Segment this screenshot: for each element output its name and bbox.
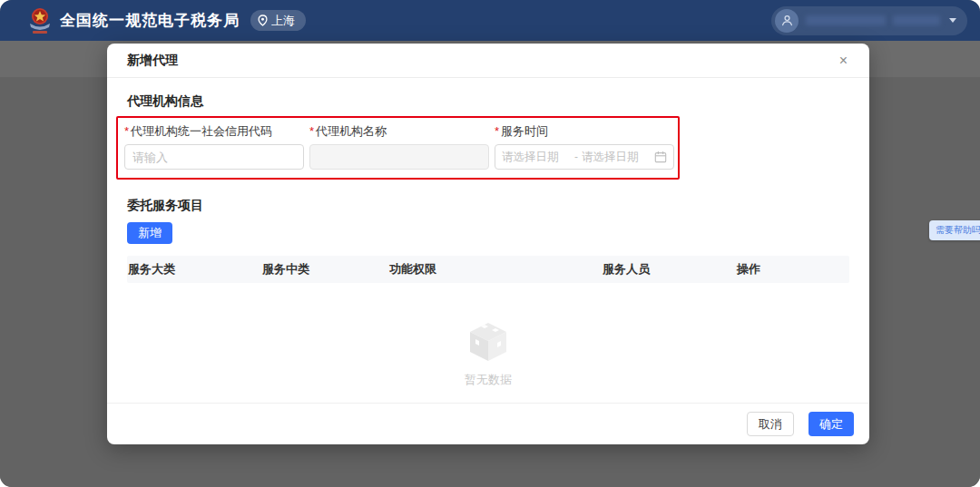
confirm-button[interactable]: 确定 [808,412,854,436]
close-icon[interactable]: × [836,52,851,70]
service-time-range-picker[interactable]: 请选择日期 - 请选择日期 [495,144,674,170]
top-navbar: 全国统一规范电子税务局 上海 [0,0,980,41]
location-label: 上海 [271,13,295,29]
range-separator: - [574,151,578,163]
user-avatar [775,9,799,33]
required-asterisk: * [495,124,499,138]
field-agency-name: *代理机构名称 [309,123,489,170]
modal-header: 新增代理 × [107,44,869,78]
field-agency-name-label: *代理机构名称 [309,123,489,140]
field-service-time: *服务时间 请选择日期 - 请选择日期 [495,123,674,170]
modal-footer: 取消 确定 [107,403,869,444]
tax-bureau-emblem-logo [27,6,53,35]
add-agent-modal: 新增代理 × 代理机构信息 *代理机构统一社会信用代码 *代理机构名称 [107,44,869,444]
highlight-annotation-box: *代理机构统一社会信用代码 *代理机构名称 *服务时间 [116,116,680,180]
col-service-personnel: 服务人员 [602,261,736,278]
help-bubble[interactable]: 需要帮助吗? [929,220,980,240]
field-service-time-label: *服务时间 [495,123,674,140]
service-items-section-title: 委托服务项目 [127,198,849,214]
user-icon [780,14,794,27]
user-org-redacted [893,15,940,25]
range-start-placeholder[interactable]: 请选择日期 [502,150,571,165]
field-credit-code: *代理机构统一社会信用代码 [124,123,304,170]
site-title: 全国统一规范电子税务局 [60,10,240,31]
modal-title: 新增代理 [127,53,178,69]
calendar-icon [654,151,667,163]
range-end-placeholder[interactable]: 请选择日期 [582,150,651,165]
location-pin-icon [258,15,268,26]
empty-state-text: 暂无数据 [465,372,512,388]
credit-code-input[interactable] [124,144,304,170]
col-service-subcategory: 服务中类 [261,261,388,278]
user-account-menu[interactable] [771,6,967,35]
field-credit-code-label: *代理机构统一社会信用代码 [124,123,304,140]
required-asterisk: * [309,124,314,138]
help-bubble-text: 需要帮助吗? [936,225,980,235]
col-function-permission: 功能权限 [388,261,602,278]
col-operation: 操作 [736,261,849,278]
chevron-down-icon [949,18,956,23]
service-items-table-header: 服务大类 服务中类 功能权限 服务人员 操作 [127,256,849,283]
location-selector[interactable]: 上海 [250,10,306,31]
empty-box-icon [465,319,512,363]
agency-info-section-title: 代理机构信息 [127,93,849,110]
col-service-category: 服务大类 [127,261,261,278]
user-name-redacted [806,15,886,25]
agency-name-input-disabled [309,144,489,170]
required-asterisk: * [124,124,129,138]
add-service-item-button[interactable]: 新增 [127,222,172,244]
empty-state: 暂无数据 [127,319,849,388]
modal-body: 代理机构信息 *代理机构统一社会信用代码 *代理机构名称 [107,78,869,403]
cancel-button[interactable]: 取消 [747,412,794,436]
app-window: 全国统一规范电子税务局 上海 需要帮助吗? 新增代理 [0,0,980,487]
